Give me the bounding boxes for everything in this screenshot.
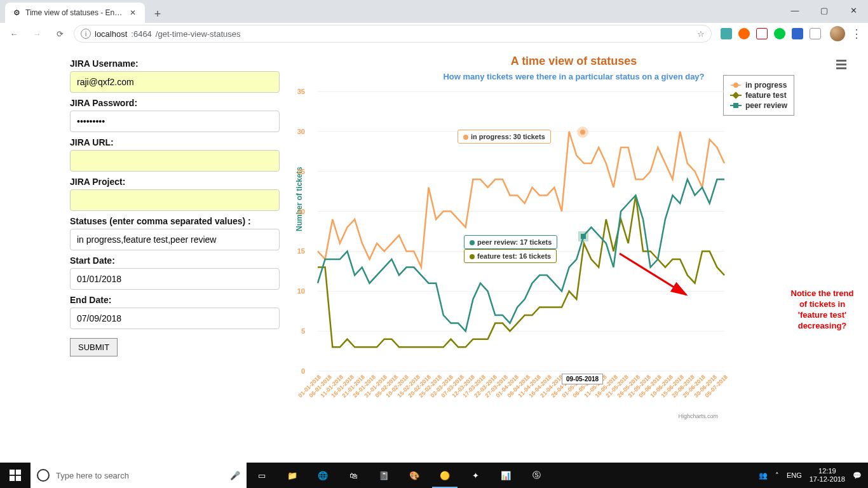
tray-chevron-icon[interactable]: ˄ bbox=[775, 471, 779, 480]
tab-title: Time view of statuses - Engineer bbox=[25, 8, 126, 17]
end-date-label: End Date: bbox=[70, 295, 280, 305]
legend-item-in-progress[interactable]: in progress bbox=[730, 81, 787, 90]
svg-rect-11 bbox=[10, 476, 15, 481]
language-indicator[interactable]: ENG bbox=[787, 471, 802, 479]
favicon-icon: ⚙ bbox=[11, 8, 22, 18]
username-input[interactable] bbox=[70, 71, 280, 93]
jira-project-label: JIRA Project: bbox=[70, 177, 280, 187]
url-port: :6464 bbox=[131, 29, 152, 39]
ext-icon[interactable] bbox=[774, 28, 785, 39]
system-tray: 👥 ˄ ENG 12:19 17-12-2018 💬 bbox=[752, 467, 868, 484]
hover-marker-peer-review bbox=[578, 231, 588, 241]
form-panel: JIRA Username: JIRA Password: JIRA URL: … bbox=[70, 53, 280, 458]
url-input[interactable]: i localhost:6464/get-time-view-statuses … bbox=[74, 25, 712, 43]
legend-item-peer-review[interactable]: peer review bbox=[730, 101, 787, 110]
reload-button[interactable]: ⟳ bbox=[51, 25, 69, 43]
paint-icon[interactable]: 🎨 bbox=[399, 463, 430, 488]
jira-url-label: JIRA URL: bbox=[70, 137, 280, 147]
app-icon[interactable]: 📊 bbox=[491, 463, 521, 488]
password-input[interactable] bbox=[70, 111, 280, 132]
browser-menu-icon[interactable]: ⋮ bbox=[850, 27, 863, 41]
annotation-arrow-icon bbox=[616, 250, 693, 301]
extension-icons bbox=[717, 28, 825, 39]
start-date-label: Start Date: bbox=[70, 255, 280, 266]
hover-date-flag: 09-05-2018 bbox=[562, 374, 603, 384]
ext-icon[interactable] bbox=[810, 28, 821, 39]
tooltip-in-progress: in progress: 30 tickets bbox=[458, 130, 551, 144]
y-axis-label: Number of tickets bbox=[295, 167, 304, 231]
chart-title: A time view of statuses bbox=[292, 55, 855, 68]
browser-chrome: ⚙ Time view of statuses - Engineer ✕ + ―… bbox=[0, 0, 868, 44]
close-window-button[interactable]: ✕ bbox=[839, 0, 868, 20]
legend-item-feature-test[interactable]: feature test bbox=[730, 91, 787, 100]
people-icon[interactable]: 👥 bbox=[759, 471, 768, 480]
profile-avatar[interactable] bbox=[830, 26, 845, 41]
statuses-label: Statuses (enter comma separated values) … bbox=[70, 216, 280, 226]
page-content: JIRA Username: JIRA Password: JIRA URL: … bbox=[0, 44, 868, 458]
start-date-input[interactable] bbox=[70, 268, 280, 290]
svg-rect-10 bbox=[16, 470, 21, 475]
notifications-icon[interactable]: 💬 bbox=[853, 471, 862, 480]
tooltip-feature-test: feature test: 16 tickets bbox=[464, 249, 557, 263]
back-button[interactable]: ← bbox=[5, 25, 23, 43]
taskbar: Type here to search 🎤 ▭ 📁 🌐 🛍 📓 🎨 🟡 ✦ 📊 … bbox=[0, 463, 868, 488]
statuses-input[interactable] bbox=[70, 229, 280, 250]
x-ticks: 01-01-201806-01-201811-01-201816-01-2018… bbox=[318, 374, 724, 424]
password-label: JIRA Password: bbox=[70, 98, 280, 108]
tab-strip: ⚙ Time view of statuses - Engineer ✕ + ―… bbox=[0, 0, 868, 23]
store-icon[interactable]: 🛍 bbox=[338, 463, 369, 488]
task-icons: ▭ 📁 🌐 🛍 📓 🎨 🟡 ✦ 📊 Ⓢ bbox=[247, 463, 552, 488]
start-button[interactable] bbox=[0, 463, 31, 488]
username-label: JIRA Username: bbox=[70, 58, 280, 69]
tooltip-peer-review: peer review: 17 tickets bbox=[464, 235, 557, 249]
task-view-icon[interactable]: ▭ bbox=[247, 463, 277, 488]
chrome-icon[interactable]: 🟡 bbox=[430, 463, 460, 488]
submit-button[interactable]: SUBMIT bbox=[70, 338, 118, 356]
clock[interactable]: 12:19 17-12-2018 bbox=[810, 467, 845, 484]
skype-icon[interactable]: Ⓢ bbox=[521, 463, 552, 488]
end-date-input[interactable] bbox=[70, 308, 280, 329]
mic-icon[interactable]: 🎤 bbox=[230, 471, 240, 480]
jira-url-input[interactable] bbox=[70, 150, 280, 172]
new-tab-button[interactable]: + bbox=[149, 5, 166, 23]
address-bar: ← → ⟳ i localhost:6464/get-time-view-sta… bbox=[0, 23, 868, 44]
notepad-icon[interactable]: 📓 bbox=[369, 463, 399, 488]
cortana-icon bbox=[37, 469, 50, 482]
minimize-button[interactable]: ― bbox=[780, 0, 810, 20]
chart-legend: in progress feature test peer review bbox=[723, 75, 794, 116]
svg-rect-9 bbox=[10, 470, 15, 475]
app-icon[interactable]: ✦ bbox=[460, 463, 491, 488]
chart-panel: A time view of statuses How many tickets… bbox=[280, 53, 855, 458]
forward-button[interactable]: → bbox=[28, 25, 46, 43]
browser-tab[interactable]: ⚙ Time view of statuses - Engineer ✕ bbox=[5, 3, 145, 23]
chart-menu-icon[interactable] bbox=[834, 57, 849, 72]
taskbar-search[interactable]: Type here to search 🎤 bbox=[31, 463, 247, 488]
file-explorer-icon[interactable]: 📁 bbox=[277, 463, 308, 488]
bookmark-icon[interactable]: ☆ bbox=[697, 29, 705, 39]
annotation-text: Notice the trend of tickets in 'feature … bbox=[790, 288, 854, 332]
maximize-button[interactable]: ▢ bbox=[810, 0, 839, 20]
site-info-icon[interactable]: i bbox=[81, 29, 91, 39]
svg-line-8 bbox=[620, 254, 686, 295]
close-tab-icon[interactable]: ✕ bbox=[130, 8, 139, 17]
edge-icon[interactable]: 🌐 bbox=[308, 463, 338, 488]
svg-rect-12 bbox=[16, 476, 21, 481]
window-controls: ― ▢ ✕ bbox=[780, 0, 868, 20]
ext-icon[interactable] bbox=[756, 28, 768, 39]
jira-project-input[interactable] bbox=[70, 189, 280, 211]
ext-icon[interactable] bbox=[721, 28, 732, 39]
search-placeholder: Type here to search bbox=[56, 471, 129, 480]
url-path: /get-time-view-statuses bbox=[156, 29, 241, 39]
ext-icon[interactable] bbox=[792, 28, 803, 39]
hover-marker-in-progress bbox=[577, 126, 588, 138]
url-host: localhost bbox=[95, 29, 127, 39]
ext-icon[interactable] bbox=[738, 28, 750, 39]
